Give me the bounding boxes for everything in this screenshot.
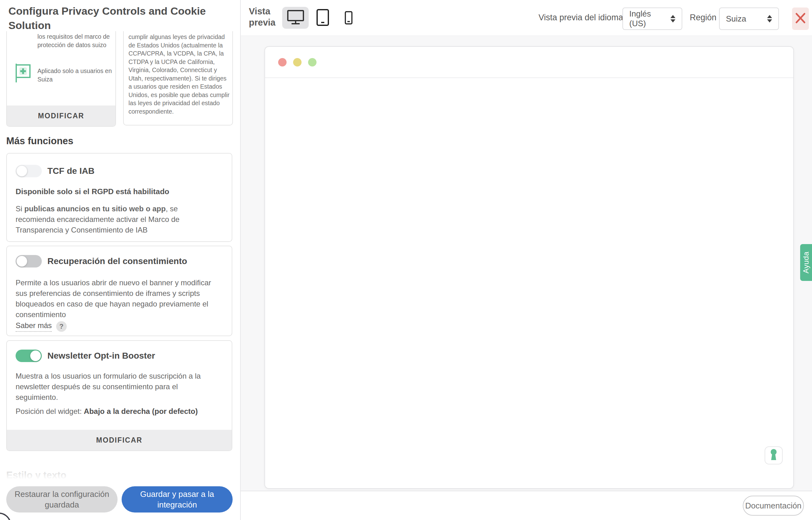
swiss-law-text: los requisitos del marco de protección d… xyxy=(37,32,115,49)
phone-icon xyxy=(344,11,353,26)
language-select[interactable]: Inglés (US) xyxy=(622,7,682,30)
tablet-icon xyxy=(316,9,329,27)
swiss-applied-text: Aplicado solo a usuarios en Suiza xyxy=(37,67,115,84)
learn-more-link[interactable]: Saber más xyxy=(16,321,52,332)
preview-footer xyxy=(241,491,812,520)
widget-position-text: Posición del widget: Abajo a la derecha … xyxy=(16,407,198,416)
select-arrows-icon xyxy=(767,15,772,23)
tcf-iab-card: TCF de IAB Disponible solo si el RGPD es… xyxy=(6,153,232,242)
language-preview-label: Vista previa del idioma xyxy=(538,13,623,23)
close-icon xyxy=(795,11,806,26)
newsletter-booster-toggle[interactable] xyxy=(16,349,42,362)
restore-settings-button[interactable]: Restaurar la configuración guardada xyxy=(6,486,117,513)
swiss-law-card: los requisitos del marco de protección d… xyxy=(6,31,116,127)
save-and-integrate-button[interactable]: Guardar y pasar a la integración xyxy=(121,486,233,513)
language-select-value: Inglés (US) xyxy=(629,9,667,28)
more-features-heading: Más funciones xyxy=(6,135,73,147)
traffic-light-red-icon xyxy=(278,58,286,67)
newsletter-booster-title: Newsletter Opt-in Booster xyxy=(48,351,155,361)
documentation-button[interactable]: Documentación xyxy=(743,496,804,516)
settings-panel: Configura Privacy Controls and Cookie So… xyxy=(0,0,241,520)
privacy-widget-keyhole-icon xyxy=(769,448,778,462)
settings-footer: Restaurar la configuración guardada Guar… xyxy=(0,479,240,520)
help-tab-label: Ayuda xyxy=(802,252,810,274)
newsletter-booster-card: Newsletter Opt-in Booster Muestra a los … xyxy=(6,340,232,451)
region-label: Región xyxy=(690,13,717,23)
region-select-value: Suiza xyxy=(726,14,746,24)
select-arrows-icon xyxy=(670,15,675,23)
close-preview-button[interactable] xyxy=(792,7,809,30)
help-question-icon[interactable]: ? xyxy=(56,321,67,332)
tcf-iab-description: Si publicas anuncios en tu sitio web o a… xyxy=(16,204,217,235)
swiss-flag-plus-icon xyxy=(15,63,32,84)
traffic-light-green-icon xyxy=(308,58,316,67)
consent-recovery-toggle[interactable] xyxy=(16,255,42,267)
tcf-iab-toggle[interactable] xyxy=(16,165,42,177)
tcf-iab-title: TCF de IAB xyxy=(48,166,94,176)
toggle-knob xyxy=(17,256,27,266)
swiss-modify-button[interactable]: MODIFICAR xyxy=(7,105,115,126)
help-tab[interactable]: Ayuda xyxy=(800,244,812,281)
consent-recovery-title: Recuperación del consentimiento xyxy=(48,256,187,266)
device-phone-button[interactable] xyxy=(342,10,355,26)
browser-chrome-bar xyxy=(265,47,793,78)
toggle-knob xyxy=(17,166,27,176)
tcf-iab-subtitle: Disponible solo si el RGPD está habilita… xyxy=(16,187,218,196)
newsletter-booster-description: Muestra a los usuarios un formulario de … xyxy=(16,371,217,402)
region-select[interactable]: Suiza xyxy=(719,7,779,30)
newsletter-modify-button[interactable]: MODIFICAR xyxy=(7,430,232,450)
desktop-monitor-icon xyxy=(287,10,304,26)
browser-preview-window xyxy=(264,46,794,489)
us-law-card: cumplir algunas leyes de privacidad de E… xyxy=(123,31,233,126)
device-desktop-button[interactable] xyxy=(282,7,309,29)
traffic-light-yellow-icon xyxy=(293,58,302,67)
consent-recovery-card: Recuperación del consentimiento Permite … xyxy=(6,245,232,336)
privacy-widget-button[interactable] xyxy=(764,446,783,464)
page-title: Configura Privacy Controls and Cookie So… xyxy=(8,4,208,32)
device-tablet-button[interactable] xyxy=(315,9,331,27)
consent-recovery-description: Permite a los usuarios abrir de nuevo el… xyxy=(16,278,217,320)
toggle-knob xyxy=(30,350,41,361)
top-cards-scroll-region: los requisitos del marco de protección d… xyxy=(0,31,240,129)
us-law-text: cumplir algunas leyes de privacidad de E… xyxy=(129,33,231,115)
